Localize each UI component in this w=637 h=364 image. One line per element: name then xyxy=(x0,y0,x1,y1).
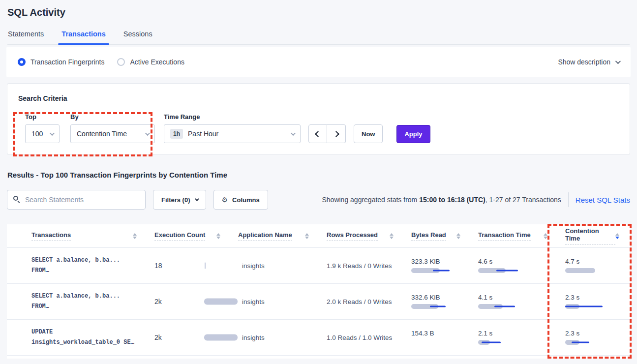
filters-button[interactable]: Filters (0) xyxy=(153,190,206,210)
sort-icon-descending[interactable] xyxy=(615,233,619,239)
transaction-time-cell: 4.1 s xyxy=(471,294,558,309)
column-header-rows-processed[interactable]: Rows Processed xyxy=(320,231,404,241)
chevron-down-icon xyxy=(195,197,199,201)
results-heading: Results - Top 100 Transaction Fingerprin… xyxy=(7,171,630,179)
contention-time-cell: 4.7 s xyxy=(558,258,630,273)
bytes-read-bar xyxy=(411,303,466,309)
chevron-down-icon xyxy=(145,131,150,136)
application-name-cell: insights xyxy=(231,334,320,341)
transaction-statement-link[interactable]: UPDATE insights_workload_table_0 SE… xyxy=(25,327,148,348)
column-header-bytes-read[interactable]: Bytes Read xyxy=(404,231,471,241)
show-description-label: Show description xyxy=(558,58,610,66)
top-select[interactable]: 100 xyxy=(25,124,60,143)
filters-label: Filters (0) xyxy=(161,196,190,204)
chevron-down-icon xyxy=(50,131,55,136)
chevron-down-icon xyxy=(291,131,296,136)
stats-period: 15:00 to 16:18 (UTC) xyxy=(419,196,485,204)
sort-icon[interactable] xyxy=(133,233,137,239)
aggregated-stats-text: Showing aggregated stats from 15:00 to 1… xyxy=(322,196,561,204)
time-range-value: Past Hour xyxy=(188,130,218,138)
rows-processed-cell: 1.9 k Reads / 0 Writes xyxy=(320,262,404,270)
show-description-toggle[interactable]: Show description xyxy=(558,58,619,66)
radio-transaction-fingerprints[interactable]: Transaction Fingerprints xyxy=(18,58,104,66)
sort-icon[interactable] xyxy=(390,233,394,239)
table-header-row: Transactions Execution Count Application… xyxy=(7,224,630,248)
bytes-read-cell: 154.3 B xyxy=(404,330,471,345)
radio-unselected-icon xyxy=(117,58,125,66)
previous-time-button[interactable] xyxy=(308,124,327,143)
execution-count-cell: 18 xyxy=(148,262,231,270)
column-header-transaction-time[interactable]: Transaction Time xyxy=(471,231,558,241)
top-label: Top xyxy=(25,113,60,121)
radio-active-executions[interactable]: Active Executions xyxy=(117,58,184,66)
transaction-time-bar xyxy=(478,303,553,309)
reset-sql-stats-link[interactable]: Reset SQL Stats xyxy=(576,196,630,204)
by-select[interactable]: Contention Time xyxy=(70,124,155,143)
radio-selected-icon xyxy=(18,58,26,66)
table-row: UPDATE insights_workload_table_0 SE… 2k … xyxy=(7,320,630,356)
bytes-read-bar xyxy=(411,268,466,273)
chevron-down-icon xyxy=(615,59,621,64)
gear-icon: ⚙ xyxy=(222,196,228,204)
radio-label: Transaction Fingerprints xyxy=(30,58,104,66)
application-name-cell: insights xyxy=(231,262,320,270)
bytes-read-cell: 323.3 KiB xyxy=(404,258,471,273)
transactions-table: Transactions Execution Count Application… xyxy=(7,224,630,359)
search-input[interactable] xyxy=(7,190,146,210)
search-icon xyxy=(13,196,18,201)
bytes-read-cell: 332.6 KiB xyxy=(404,294,471,309)
transaction-statement-link[interactable]: SELECT a.balance, b.ba... FROM… xyxy=(25,291,148,312)
execution-count-cell: 2k xyxy=(148,298,231,305)
execution-count-cell: 2k xyxy=(148,334,231,341)
transaction-statement-link[interactable]: SELECT a.balance, b.ba... FROM… xyxy=(25,255,148,276)
transaction-time-bar xyxy=(478,339,553,345)
top-select-value: 100 xyxy=(31,130,43,138)
sort-icon[interactable] xyxy=(216,233,220,239)
now-button[interactable]: Now xyxy=(354,124,383,143)
page-header: SQL Activity Statements Transactions Ses… xyxy=(0,0,637,45)
apply-button[interactable]: Apply xyxy=(396,125,430,143)
rows-processed-cell: 2.0 k Reads / 0 Writes xyxy=(320,298,404,305)
radio-label: Active Executions xyxy=(130,58,184,66)
contention-time-bar xyxy=(565,268,625,273)
rows-processed-cell: 1.0 Reads / 1.0 Writes xyxy=(320,334,404,341)
search-criteria-card: Search Criteria Top 100 By Contention Ti… xyxy=(7,83,630,155)
tab-bar: Statements Transactions Sessions xyxy=(7,30,630,45)
contention-time-cell: 2.3 s xyxy=(558,330,630,345)
contention-time-bar xyxy=(565,339,625,345)
next-time-button[interactable] xyxy=(327,124,346,143)
transaction-time-bar xyxy=(478,268,553,273)
tab-sessions[interactable]: Sessions xyxy=(123,30,152,44)
column-header-application-name[interactable]: Application Name xyxy=(231,231,320,241)
transaction-time-cell: 2.1 s xyxy=(471,330,558,345)
columns-label: Columns xyxy=(232,196,260,204)
table-row: SELECT a.balance, b.ba... FROM… 2k insig… xyxy=(7,284,630,320)
time-range-badge: 1h xyxy=(170,129,183,139)
by-select-value: Contention Time xyxy=(77,130,127,138)
sort-icon[interactable] xyxy=(544,233,547,239)
results-toolbar: Filters (0) ⚙ Columns Showing aggregated… xyxy=(7,190,630,210)
contention-time-cell: 2.3 s xyxy=(558,294,630,309)
sort-icon[interactable] xyxy=(305,233,309,239)
columns-button[interactable]: ⚙ Columns xyxy=(213,190,268,210)
by-label: By xyxy=(70,113,155,121)
time-range-select[interactable]: 1h Past Hour xyxy=(164,124,301,143)
column-header-transactions[interactable]: Transactions xyxy=(25,231,148,241)
tab-statements[interactable]: Statements xyxy=(8,30,44,44)
time-range-label: Time Range xyxy=(164,113,301,121)
search-criteria-heading: Search Criteria xyxy=(18,94,619,102)
contention-time-bar xyxy=(565,303,625,309)
column-header-execution-count[interactable]: Execution Count xyxy=(148,231,231,241)
chevron-right-icon xyxy=(333,131,339,137)
divider xyxy=(568,192,569,207)
column-header-contention-time[interactable]: Contention Time xyxy=(558,227,630,244)
chevron-left-icon xyxy=(315,131,321,137)
table-row: SELECT a.balance, b.ba... FROM… 18 insig… xyxy=(7,248,630,284)
view-toggle-strip: Transaction Fingerprints Active Executio… xyxy=(6,47,631,77)
page-title: SQL Activity xyxy=(7,7,630,18)
tab-transactions[interactable]: Transactions xyxy=(61,30,105,44)
sort-icon[interactable] xyxy=(456,233,460,239)
application-name-cell: insights xyxy=(231,298,320,305)
transaction-time-cell: 4.6 s xyxy=(471,258,558,273)
